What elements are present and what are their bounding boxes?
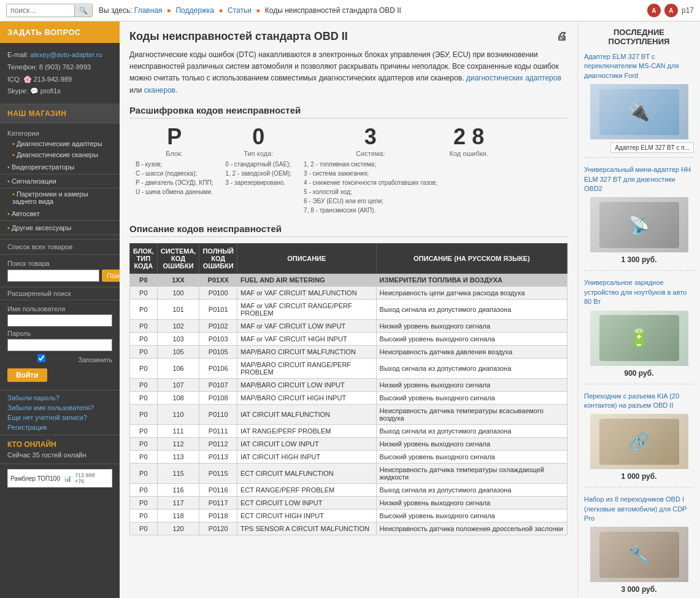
product-name-1[interactable]: Адаптер ELM 327 BT с переключателем MS-C… <box>584 52 694 80</box>
code-block-28: 2 8 Код ошибки. <box>444 125 494 160</box>
product-img-4: 🔗 <box>590 414 688 469</box>
code-label-errnum: Код ошибки. <box>450 150 488 157</box>
product-item-2: Универсальный мини-адаптер HH ELM 327 BT… <box>584 165 694 271</box>
no-account-link[interactable]: Еще нет учетной записи? <box>7 413 112 422</box>
rambler-top100[interactable]: Рамблер ТОП100 📊 713 888+76 <box>7 469 112 487</box>
email-link[interactable]: alexey@avto-adapter.ru <box>30 51 102 58</box>
ask-question-header: ЗАДАТЬ ВОПРОС <box>0 21 120 43</box>
code-decoder: P Блок: B - кузов;C - шасси (подвеска);P… <box>129 125 567 216</box>
right-sidebar-title: ПОСЛЕДНИЕ ПОСТУПЛЕНИЯ <box>584 28 694 46</box>
username-label: Имя пользователя <box>7 305 112 313</box>
sidebar-item-signalizacii[interactable]: Сигнализации <box>0 174 120 188</box>
product-name-5[interactable]: Набор из 8 переходников OBD I (легковые … <box>584 495 694 523</box>
intro-text: Диагностические коды ошибок (DTC) накапл… <box>129 49 567 96</box>
breadcrumb-you-are: Вы здесь: <box>99 6 132 15</box>
left-sidebar: ЗАДАТЬ ВОПРОС E-mail: alexey@avto-adapte… <box>0 21 120 598</box>
skype-value: profi1s <box>40 87 61 95</box>
code-label-sys: Система: <box>304 150 437 157</box>
breadcrumb-home[interactable]: Главная <box>134 6 163 15</box>
username-input[interactable] <box>7 314 112 327</box>
th-block: БЛОК,ТИПКОДА <box>130 244 158 274</box>
avatar2: A <box>664 4 678 17</box>
code-desc-sys: 1, 2 - топливная система;3 - система заж… <box>304 160 437 215</box>
sidebar-item-parktroniki[interactable]: Парктроники и камеры заднего вида <box>0 188 120 207</box>
remember-checkbox[interactable] <box>7 354 75 362</box>
table-row: P0 100 P0100 MAF or VAF CIRCUIT MALFUNCT… <box>130 287 567 300</box>
product-name-2[interactable]: Универсальный мини-адаптер HH ELM 327 BT… <box>584 165 694 193</box>
product-img-2: 📡 <box>590 197 688 252</box>
code-block-0: 0 Тип кода: 0 - стандартный (SAE);1, 2 -… <box>219 125 298 188</box>
table-row: P0 111 P0111 IAT RANGE/PERF PROBLEM Выхо… <box>130 425 567 438</box>
goods-search-block: Поиск товара Поиск <box>0 255 120 287</box>
user-login-block: Имя пользователя Пароль Запомнить Войти <box>0 300 120 390</box>
table-row: P0 106 P0106 MAP/BARO CIRCUIT RANGE/PERF… <box>130 359 567 379</box>
code-desc-type: 0 - стандартный (SAE);1, 2 - заводской (… <box>225 160 291 187</box>
table-row: P0 120 P0120 TPS SENSOR A CIRCUIT MALFUN… <box>130 522 567 535</box>
sidebar-item-autolight[interactable]: Автосвет <box>0 207 120 221</box>
table-row: P0 102 P0102 MAF or VAF CIRCUIT LOW INPU… <box>130 320 567 333</box>
avatar1: A <box>647 4 661 17</box>
th-sys: СИСТЕМА,КОДОШИБКИ <box>157 244 199 274</box>
search-button[interactable]: 🔍 <box>74 5 92 17</box>
product-price-5: 3 000 руб. <box>584 585 694 594</box>
breadcrumb-articles[interactable]: Статьи <box>228 6 252 15</box>
categories-section: Категории Диагностические адаптеры Диагн… <box>0 123 120 239</box>
table-row: P0 103 P0103 MAF or VAF CIRCUIT HIGH INP… <box>130 333 567 346</box>
top-bar: 🔍 Вы здесь: Главная ● Поддержка ● Статьи… <box>0 0 700 21</box>
search-form[interactable]: 🔍 <box>6 4 93 17</box>
rambler-label: Рамблер ТОП100 <box>10 475 60 482</box>
code-char-28: 2 8 <box>450 125 488 149</box>
product-price-2: 1 300 руб. <box>584 255 694 264</box>
page-title: Коды неисправностей стандарта OBD II 🖨 <box>129 30 567 43</box>
decoder-section-title: Расшифровка кодов неисправностей <box>129 105 567 118</box>
th-desc: ОПИСАНИЕ <box>237 244 376 274</box>
table-section-title: Описание кодов неисправностей <box>129 223 567 237</box>
forgot-username-link[interactable]: Забыли имя пользователя? <box>7 403 112 413</box>
breadcrumb-support[interactable]: Поддержка <box>175 6 214 15</box>
breadcrumb-sep1: ● <box>167 6 171 15</box>
rambler-stats: 713 888+76 <box>75 472 95 484</box>
product-img-5: 🔧 <box>590 527 688 582</box>
categories-label: Категории <box>0 127 120 138</box>
advanced-search-link[interactable]: Расширенный поиск <box>0 287 120 300</box>
password-label: Пароль <box>7 330 112 337</box>
diagnostic-adapters-link[interactable]: диагностических адаптеров <box>466 74 561 82</box>
sidebar-item-other[interactable]: Другие аксессуары <box>0 221 120 235</box>
layout: ЗАДАТЬ ВОПРОС E-mail: alexey@avto-adapte… <box>0 21 700 598</box>
login-button[interactable]: Войти <box>7 368 47 382</box>
rambler-icon: 📊 <box>64 475 71 482</box>
table-row: P0 118 P0118 ECT CIRCUIT HIGH INPUT Высо… <box>130 510 567 522</box>
main-content: Коды неисправностей стандарта OBD II 🖨 Д… <box>120 21 577 598</box>
breadcrumb-sep3: ● <box>256 6 260 15</box>
search-input[interactable] <box>7 4 74 17</box>
forgot-password-link[interactable]: Забыли пароль? <box>7 393 112 403</box>
sidebar-item-videoregistrators[interactable]: Видеорегистраторы <box>0 160 120 174</box>
th-ru: ОПИСАНИЕ (НА РУССКОМ ЯЗЫКЕ) <box>376 244 567 274</box>
goods-search-label: Поиск товара <box>7 260 112 267</box>
remember-label: Запомнить <box>79 356 112 363</box>
code-label-type: Тип кода: <box>225 150 291 157</box>
icq-value: 213-942-989 <box>34 76 72 83</box>
register-link[interactable]: Регистрация <box>7 422 112 432</box>
goods-search-input[interactable] <box>7 270 99 282</box>
scanners-link[interactable]: сканеров. <box>144 86 178 95</box>
sidebar-item-diag-adapters[interactable]: Диагностические адаптеры <box>0 138 120 149</box>
password-input[interactable] <box>7 339 112 351</box>
breadcrumb-current: Коды неисправностей стандарта OBD II <box>265 6 401 15</box>
skype-label: Skype: <box>7 87 28 95</box>
print-icon[interactable]: 🖨 <box>556 30 567 43</box>
icq-label: ICQ: <box>7 76 21 83</box>
table-row: P0 116 P0116 ECT RANGE/PERF PROBLEM Выхо… <box>130 484 567 497</box>
sidebar-item-diag-scanners[interactable]: Диагностические сканеры <box>0 149 120 160</box>
all-goods-link[interactable]: Список всех товаров <box>0 239 120 255</box>
table-row: P0 112 P0112 IAT CIRCUIT LOW INPUT Низки… <box>130 438 567 451</box>
th-full: ПОЛНЫЙКОДОШИБКИ <box>199 244 237 274</box>
table-row: P0 115 P0115 ECT CIRCUIT MALFUNCTION Неи… <box>130 464 567 484</box>
online-title: КТО ОНЛАЙН <box>7 440 112 449</box>
phone-value: 8 (903) 762-9993 <box>39 63 91 71</box>
product-name-4[interactable]: Переходник с разъема KIA (20 контактов) … <box>584 392 694 411</box>
code-block-3: 3 Система: 1, 2 - топливная система;3 - … <box>298 125 443 216</box>
table-row: P0 105 P0105 MAP/BARO CIRCUIT MALFUNCTIO… <box>130 346 567 359</box>
product-tooltip-1: Адаптер ELM 327 BT с п... <box>610 142 694 153</box>
product-name-3[interactable]: Универсальное зарядное устройство для но… <box>584 278 694 306</box>
